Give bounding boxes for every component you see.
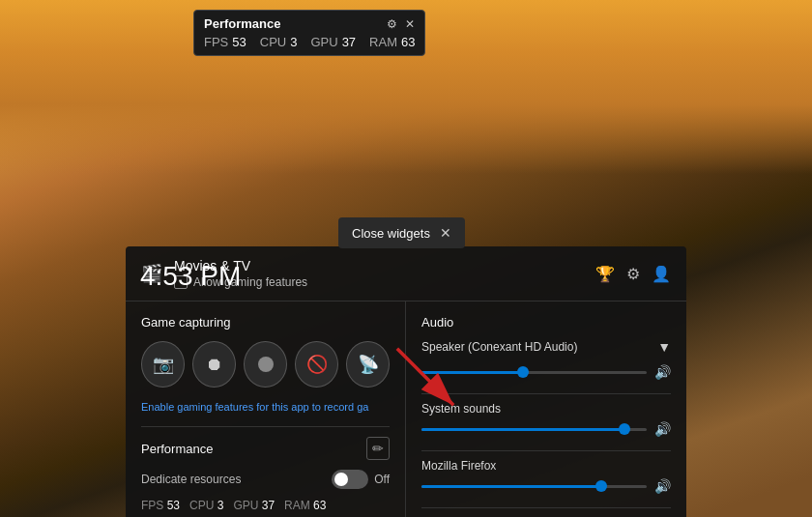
gpu-stat-bottom: GPU 37: [233, 499, 275, 512]
gpu-value: 37: [342, 35, 356, 49]
dot-icon: [258, 357, 274, 372]
ram-value: 63: [401, 35, 415, 49]
fps-label: FPS: [204, 35, 228, 49]
time-display: 4:53 PM: [140, 261, 241, 292]
fps-value: 53: [232, 35, 246, 49]
toggle-off-label: Off: [374, 473, 390, 486]
perf-widget-title: Performance: [204, 16, 280, 31]
dedicate-row: Dedicate resources Off: [141, 470, 390, 489]
panel-header-icons: 🏆 ⚙ 👤: [595, 265, 671, 283]
ram-stat: RAM 63: [369, 35, 415, 49]
svg-line-1: [397, 349, 453, 405]
speaker-slider-thumb: [517, 366, 529, 378]
speaker-volume-icon: 🔊: [654, 364, 671, 380]
audio-dropdown-button[interactable]: ▼: [657, 339, 671, 355]
capture-icons: 📷 ⏺ 🚫 📡: [141, 341, 390, 388]
firefox-name: Mozilla Firefox: [421, 459, 671, 473]
record-icon: ⏺: [206, 355, 223, 375]
settings-icon[interactable]: ⚙: [626, 265, 640, 283]
dedicate-label: Dedicate resources: [141, 473, 241, 486]
performance-edit-button[interactable]: ✏: [366, 437, 390, 460]
gpu-label: GPU: [310, 35, 337, 49]
audio-title: Audio: [421, 315, 671, 330]
system-sounds-thumb: [619, 423, 630, 435]
cpu-value: 3: [290, 35, 297, 49]
perf-header: Performance ⚙ ✕: [204, 16, 415, 31]
cpu-label: CPU: [260, 35, 286, 49]
cpu-stat-bottom: CPU 3: [189, 499, 223, 512]
fps-stat: FPS 53: [204, 35, 246, 49]
arrow-indicator: [387, 343, 464, 411]
mute-icon: 🚫: [306, 354, 328, 375]
dot-button[interactable]: [244, 341, 287, 388]
close-widgets-label: Close widgets: [352, 226, 430, 241]
system-sounds-slider[interactable]: [421, 428, 647, 431]
firefox-row: Mozilla Firefox 🔊: [421, 459, 671, 494]
signal-icon: 📡: [358, 354, 379, 375]
ram-stat-bottom: RAM 63: [284, 499, 326, 512]
camera-icon: 📷: [153, 354, 174, 375]
firefox-slider-row: 🔊: [421, 478, 671, 494]
profile-icon[interactable]: 👤: [652, 265, 671, 283]
fps-stat-bottom: FPS 53: [141, 499, 180, 512]
system-sounds-fill: [421, 428, 624, 431]
firefox-fill: [421, 485, 601, 488]
edit-icon: ✏: [372, 441, 384, 456]
cpu-stat: CPU 3: [260, 35, 298, 49]
dedicate-toggle[interactable]: [332, 470, 368, 489]
system-sounds-slider-row: 🔊: [421, 421, 671, 437]
left-section: Game capturing 📷 ⏺ 🚫 📡 Enable gami: [126, 302, 406, 517]
gpu-stat: GPU 37: [310, 35, 356, 49]
toggle-knob: [334, 473, 348, 486]
perf-stats-bottom: FPS 53 CPU 3 GPU 37 RAM 63: [141, 499, 390, 512]
camera-button[interactable]: 📷: [141, 341, 185, 388]
firefox-thumb: [595, 480, 607, 492]
system-sounds-volume-icon: 🔊: [654, 421, 671, 437]
performance-section-title: Performance: [141, 442, 213, 456]
performance-widget: Performance ⚙ ✕ FPS 53 CPU 3 GPU 37 RAM …: [193, 10, 425, 56]
perf-close-button[interactable]: ✕: [405, 17, 415, 31]
perf-widget-icons: ⚙ ✕: [387, 17, 415, 31]
game-capturing-title: Game capturing: [141, 315, 390, 330]
divider-2: [421, 450, 671, 451]
close-widgets-button[interactable]: ✕: [440, 225, 451, 241]
performance-section: Performance ✏ Dedicate resources Off: [141, 426, 390, 512]
ram-label: RAM: [369, 35, 397, 49]
close-widgets-bar: Close widgets ✕: [338, 217, 465, 248]
enable-gaming-link[interactable]: Enable gaming features for this app to r…: [141, 401, 390, 413]
perf-settings-button[interactable]: ⚙: [387, 17, 397, 31]
toggle-row: Off: [332, 470, 390, 489]
firefox-slider[interactable]: [421, 485, 647, 488]
firefox-volume-icon: 🔊: [654, 478, 671, 494]
signal-button[interactable]: 📡: [346, 341, 390, 388]
record-button[interactable]: ⏺: [192, 341, 236, 388]
performance-section-header: Performance ✏: [141, 437, 390, 460]
divider-3: [421, 507, 671, 508]
perf-widget-stats: FPS 53 CPU 3 GPU 37 RAM 63: [204, 35, 415, 49]
mute-button[interactable]: 🚫: [295, 341, 338, 388]
achievements-icon[interactable]: 🏆: [595, 265, 615, 283]
